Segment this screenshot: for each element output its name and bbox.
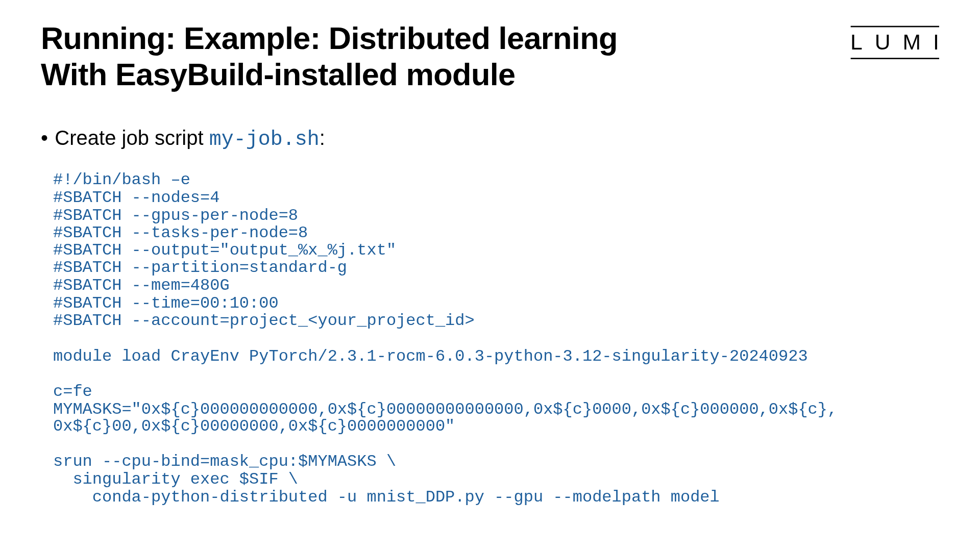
bullet-filename: my-job.sh — [209, 128, 320, 151]
slide-title: Running: Example: Distributed learning W… — [41, 20, 850, 92]
bullet-dot-icon: • — [41, 127, 48, 149]
title-line-2: With EasyBuild-installed module — [41, 57, 516, 92]
title-line-1: Running: Example: Distributed learning — [41, 20, 618, 56]
bullet-item: • Create job script my-job.sh: — [41, 127, 939, 151]
content: • Create job script my-job.sh: #!/bin/ba… — [41, 127, 939, 506]
lumi-logo: LUMI — [850, 27, 951, 58]
bullet-prefix: Create job script — [55, 127, 209, 149]
slide: Running: Example: Distributed learning W… — [0, 0, 980, 551]
code-block: #!/bin/bash –e #SBATCH --nodes=4 #SBATCH… — [53, 171, 939, 506]
bullet-suffix: : — [320, 127, 325, 149]
bullet-text: Create job script my-job.sh: — [55, 127, 325, 151]
header-row: Running: Example: Distributed learning W… — [41, 20, 939, 92]
title-block: Running: Example: Distributed learning W… — [41, 20, 850, 92]
